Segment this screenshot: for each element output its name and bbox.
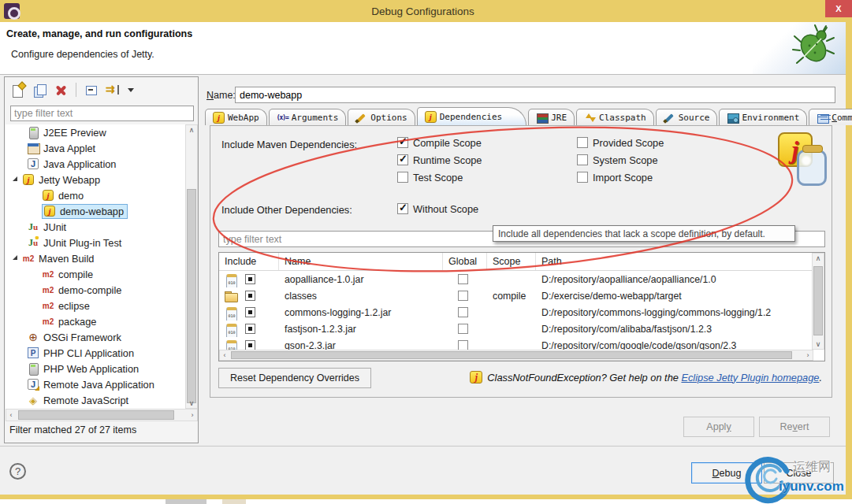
scroll-up-icon[interactable]: ∧	[813, 254, 824, 263]
new-configuration-icon[interactable]	[10, 82, 26, 98]
tree-item-remote-java-application[interactable]: Remote Java Application	[6, 376, 185, 392]
global-checkbox[interactable]	[458, 307, 468, 317]
checkbox-runtime-scope[interactable]: Runtime Scope	[397, 154, 482, 166]
table-row[interactable]: aopalliance-1.0.jarD:/repository/aopalli…	[219, 271, 824, 287]
path-cell: D:/repository/commons-logging/commons-lo…	[536, 304, 824, 321]
checkbox-icon[interactable]	[577, 137, 588, 148]
expanded-arrow-icon[interactable]	[13, 255, 17, 260]
include-checkbox-mixed[interactable]	[245, 291, 255, 301]
global-cell	[443, 321, 487, 337]
scroll-down-icon[interactable]: ∨	[186, 398, 197, 408]
menu-caret-icon[interactable]	[126, 82, 136, 98]
tab-jre[interactable]: JRE	[528, 109, 575, 125]
close-button[interactable]: Close	[764, 462, 834, 484]
tab-environment[interactable]: Environment	[719, 109, 807, 125]
global-checkbox[interactable]	[458, 324, 468, 334]
tree-item-maven-build[interactable]: Maven Build	[6, 250, 185, 266]
scroll-right-icon[interactable]: ›	[803, 350, 813, 360]
jetty-homepage-link[interactable]: Eclipse Jetty Plugin homepage	[681, 372, 819, 384]
include-checkbox-mixed[interactable]	[245, 324, 255, 334]
global-checkbox[interactable]	[458, 291, 468, 301]
sidebar-filter-input[interactable]	[10, 106, 194, 121]
tab-webapp[interactable]: WebApp	[205, 109, 267, 125]
table-header: IncludeNameGlobalScopePath	[219, 253, 824, 271]
tree-item-java-applet[interactable]: Java Applet	[6, 140, 185, 156]
checkbox-compile-scope[interactable]: Compile Scope	[397, 136, 482, 149]
tree-item-remote-javascript[interactable]: Remote JavaScript	[6, 392, 185, 408]
tab-arguments[interactable]: Arguments	[269, 109, 347, 125]
scroll-left-icon[interactable]: ‹	[6, 410, 16, 421]
reset-dependency-overrides-button[interactable]: Reset Dependency Overrides	[218, 368, 371, 388]
scroll-up-icon[interactable]: ∧	[186, 125, 197, 135]
name-input[interactable]	[235, 87, 835, 103]
scrollbar-thumb[interactable]	[18, 410, 174, 420]
include-checkbox-mixed[interactable]	[245, 274, 255, 284]
collapse-all-icon[interactable]	[84, 82, 99, 98]
duplicate-icon[interactable]	[32, 82, 47, 98]
scrollbar-thumb[interactable]	[231, 351, 792, 359]
tree-item-junit-plug-in-test[interactable]: JUnit Plug-in Test	[6, 235, 185, 250]
table-row[interactable]: classescompileD:/exercise/demo-webapp/ta…	[219, 287, 824, 304]
debug-button[interactable]: Debug	[691, 462, 762, 484]
include-checkbox-mixed[interactable]	[245, 307, 255, 317]
tree-item-demo-webapp[interactable]: demo-webapp	[6, 203, 185, 219]
scrollbar-thumb[interactable]	[187, 189, 196, 403]
table-vertical-scrollbar[interactable]: ∧ ∨	[812, 253, 824, 350]
column-header-path[interactable]: Path	[536, 253, 824, 270]
tree-item-package[interactable]: package	[6, 313, 185, 329]
column-header-global[interactable]: Global	[443, 253, 487, 270]
tab-common[interactable]: Common	[809, 109, 852, 125]
tree-item-j2ee-preview[interactable]: J2EE Preview	[6, 124, 185, 140]
checkbox-provided-scope[interactable]: Provided Scope	[577, 136, 664, 149]
table-row[interactable]: fastjson-1.2.3.jarD:/repository/com/alib…	[219, 321, 824, 337]
tree-item-osgi-framework[interactable]: OSGi Framework	[6, 329, 185, 345]
tree-item-compile[interactable]: compile	[6, 266, 185, 282]
checkbox-icon[interactable]	[397, 203, 408, 214]
expanded-arrow-icon[interactable]	[13, 176, 17, 181]
tree-item-jetty-webapp[interactable]: Jetty Webapp	[6, 172, 185, 187]
apply-button[interactable]: Apply	[683, 417, 754, 437]
column-header-scope[interactable]: Scope	[487, 253, 536, 270]
scroll-right-icon[interactable]: ›	[188, 410, 197, 421]
tree-item-label: demo-webapp	[60, 206, 124, 217]
checkbox-icon[interactable]	[397, 172, 408, 183]
tab-classpath[interactable]: Classpath	[576, 109, 654, 125]
tree-horizontal-scrollbar[interactable]: ‹ ›	[6, 409, 198, 421]
jar-icon	[225, 323, 237, 335]
tree-item-label: JUnit Plug-in Test	[43, 237, 121, 249]
checkbox-icon[interactable]	[577, 172, 588, 183]
global-checkbox[interactable]	[458, 274, 468, 284]
tab-source[interactable]: Source	[656, 109, 718, 125]
tree-item-php-web-application[interactable]: PHP Web Application	[6, 361, 185, 376]
tree-item-java-application[interactable]: Java Application	[6, 156, 185, 172]
scroll-left-icon[interactable]: ‹	[220, 350, 229, 360]
checkbox-system-scope[interactable]: System Scope	[577, 154, 664, 166]
checkbox-test-scope[interactable]: Test Scope	[397, 171, 482, 183]
checkbox-icon[interactable]	[397, 137, 408, 148]
tree-vertical-scrollbar[interactable]: ∧ ∨	[185, 124, 198, 409]
tree-item-demo-compile[interactable]: demo-compile	[6, 282, 185, 298]
filter-icon[interactable]	[105, 82, 121, 98]
tree-item-eclipse[interactable]: eclipse	[6, 298, 185, 313]
delete-icon[interactable]	[53, 82, 69, 98]
path-cell: D:/exercise/demo-webapp/target	[536, 287, 824, 304]
table-row[interactable]: commons-logging-1.2.jarD:/repository/com…	[219, 304, 824, 321]
tree-item-junit[interactable]: JUnit	[6, 219, 185, 235]
column-header-include[interactable]: Include	[219, 253, 279, 270]
java-application-icon	[27, 158, 39, 170]
checkbox-without-scope[interactable]: Without Scope	[397, 202, 478, 215]
help-icon[interactable]: ?	[9, 463, 26, 480]
window-close-button[interactable]: X	[825, 0, 852, 17]
column-header-name[interactable]: Name	[279, 253, 443, 270]
tab-options[interactable]: Options	[348, 109, 415, 125]
tree-item-demo[interactable]: demo	[6, 187, 185, 203]
tree-item-php-cli-application[interactable]: PHP CLI Application	[6, 345, 185, 361]
scrollbar-thumb[interactable]	[813, 266, 823, 335]
checkbox-icon[interactable]	[577, 154, 588, 165]
table-horizontal-scrollbar[interactable]: ‹ ›	[219, 350, 813, 361]
revert-button[interactable]: Revert	[759, 417, 830, 437]
checkbox-icon[interactable]	[397, 154, 408, 165]
scroll-down-icon[interactable]: ∨	[813, 339, 824, 349]
tab-dependencies[interactable]: Dependencies	[417, 107, 526, 125]
checkbox-import-scope[interactable]: Import Scope	[577, 171, 664, 183]
